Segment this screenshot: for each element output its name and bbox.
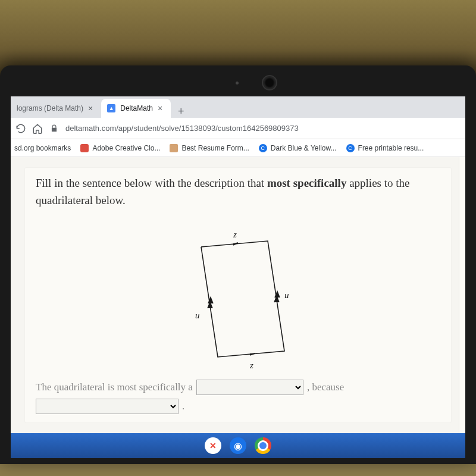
bookmark-label: Dark Blue & Yellow... bbox=[271, 144, 337, 152]
question-card: Fill in the sentence below with the desc… bbox=[25, 168, 451, 422]
label-u-left: u bbox=[195, 311, 200, 320]
bookmark-sd-org[interactable]: sd.org bookmarks bbox=[14, 144, 71, 152]
answer-sentence: The quadrilateral is most specifically a… bbox=[36, 380, 440, 414]
page-content: Fill in the sentence below with the desc… bbox=[11, 157, 465, 433]
bookmark-resume[interactable]: Best Resume Form... bbox=[170, 144, 249, 152]
bookmark-printable[interactable]: C Free printable resu... bbox=[346, 144, 424, 152]
new-tab-button[interactable]: + bbox=[171, 105, 192, 118]
webcam bbox=[262, 75, 277, 90]
adjacent-card-edge bbox=[459, 157, 465, 433]
laptop-bezel: lograms (Delta Math) × ▲ DeltaMath × + d… bbox=[0, 65, 476, 464]
circle-c-icon: C bbox=[346, 144, 355, 152]
bookmark-label: Free printable resu... bbox=[358, 144, 424, 152]
answer-end: . bbox=[182, 400, 184, 412]
circle-c-icon: C bbox=[259, 144, 267, 152]
home-icon[interactable] bbox=[32, 123, 43, 134]
app-icon-2[interactable]: ◉ bbox=[230, 437, 246, 454]
delta-favicon-icon: ▲ bbox=[107, 104, 115, 112]
question-text: Fill in the sentence below with the desc… bbox=[36, 175, 440, 209]
bookmark-label: sd.org bookmarks bbox=[14, 144, 71, 152]
tab-label: DeltaMath bbox=[120, 104, 153, 112]
bookmarks-bar: sd.org bookmarks Adobe Creative Clo... B… bbox=[11, 139, 465, 157]
reason-select[interactable] bbox=[36, 399, 178, 414]
close-icon[interactable]: × bbox=[88, 104, 93, 113]
document-icon bbox=[170, 144, 178, 152]
adobe-icon bbox=[80, 144, 89, 152]
tab-deltamath[interactable]: ▲ DeltaMath × bbox=[101, 99, 171, 118]
tabs-bar: lograms (Delta Math) × ▲ DeltaMath × + bbox=[11, 96, 465, 118]
bookmark-label: Adobe Creative Clo... bbox=[92, 144, 160, 152]
app-icon[interactable]: ✕ bbox=[205, 437, 221, 454]
webcam-indicator bbox=[236, 82, 239, 84]
url-text[interactable]: deltamath.com/app/student/solve/15138093… bbox=[65, 124, 461, 133]
reload-icon[interactable] bbox=[15, 123, 26, 134]
label-z-bottom: z bbox=[249, 361, 253, 370]
bookmark-label: Best Resume Form... bbox=[181, 144, 249, 152]
lock-icon bbox=[49, 123, 60, 134]
quadrilateral-diagram: z z u u bbox=[149, 229, 327, 384]
tab-label: lograms (Delta Math) bbox=[17, 104, 83, 112]
answer-mid: , because bbox=[307, 381, 344, 393]
answer-pre: The quadrilateral is most specifically a bbox=[36, 381, 193, 393]
shape-select[interactable] bbox=[196, 380, 303, 395]
label-z-top: z bbox=[233, 230, 237, 239]
taskbar: ✕ ◉ bbox=[11, 433, 465, 458]
close-icon[interactable]: × bbox=[158, 104, 162, 113]
address-bar: deltamath.com/app/student/solve/15138093… bbox=[11, 118, 465, 139]
screen: lograms (Delta Math) × ▲ DeltaMath × + d… bbox=[11, 96, 465, 458]
bookmark-adobe[interactable]: Adobe Creative Clo... bbox=[80, 144, 160, 152]
label-u-right: u bbox=[284, 290, 289, 300]
bookmark-darkblue[interactable]: C Dark Blue & Yellow... bbox=[259, 144, 337, 152]
tab-delta-lograms[interactable]: lograms (Delta Math) × bbox=[11, 99, 101, 118]
chrome-icon[interactable] bbox=[255, 437, 271, 454]
